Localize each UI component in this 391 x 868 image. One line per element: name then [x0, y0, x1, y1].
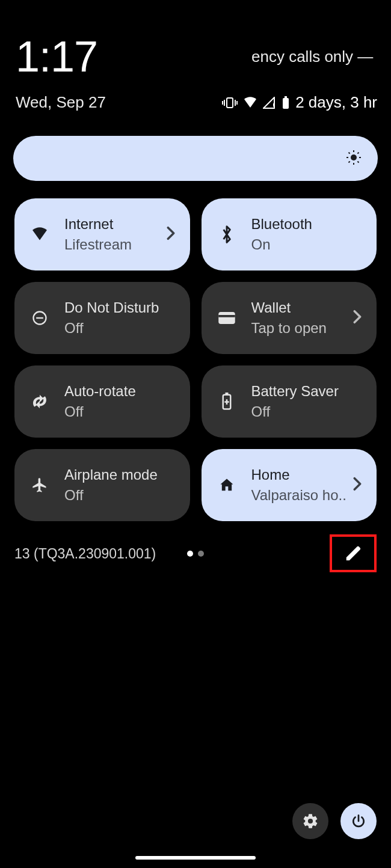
svg-rect-7 — [218, 312, 235, 324]
tile-batterysaver[interactable]: Battery SaverOff — [202, 365, 377, 438]
svg-rect-0 — [227, 98, 233, 108]
svg-point-4 — [351, 154, 357, 160]
wifi-icon — [243, 97, 257, 109]
tile-title: Home — [251, 466, 350, 483]
pencil-icon — [344, 545, 362, 563]
page-dot — [187, 551, 193, 557]
settings-button[interactable] — [292, 803, 328, 839]
date-text: Wed, Sep 27 — [16, 93, 106, 112]
tile-airplane[interactable]: Airplane modeOff — [14, 449, 190, 521]
bluetooth-icon — [217, 225, 237, 244]
tile-autorotate[interactable]: Auto-rotateOff — [14, 365, 190, 438]
signal-icon: ! — [263, 97, 276, 109]
tile-subtitle: Off — [64, 487, 175, 504]
edit-tiles-button[interactable] — [330, 534, 377, 572]
page-indicator — [187, 551, 204, 557]
svg-text:!: ! — [272, 102, 274, 109]
tile-subtitle: Lifestream — [64, 236, 163, 253]
tile-subtitle: On — [251, 236, 362, 253]
tile-title: Auto-rotate — [64, 383, 175, 400]
dnd-icon — [29, 310, 50, 326]
airplane-icon — [29, 477, 50, 494]
tile-subtitle: Off — [64, 320, 175, 337]
build-text: 13 (TQ3A.230901.001) — [14, 546, 156, 562]
chevron-right-icon — [167, 226, 175, 243]
brightness-icon — [346, 150, 362, 168]
tile-subtitle: Valparaiso ho.. — [251, 487, 350, 504]
tile-title: Do Not Disturb — [64, 299, 175, 316]
wallet-icon — [217, 311, 237, 325]
vibrate-icon — [222, 97, 238, 109]
battery-text: 2 days, 3 hr — [295, 93, 377, 112]
chevron-right-icon — [353, 477, 362, 494]
tile-subtitle: Off — [251, 403, 362, 420]
rotate-icon — [29, 393, 50, 411]
power-button[interactable] — [340, 803, 377, 839]
tile-title: Wallet — [251, 299, 350, 316]
tile-title: Battery Saver — [251, 383, 362, 400]
chevron-right-icon — [353, 310, 362, 326]
tile-title: Internet — [64, 216, 163, 233]
wifi-icon — [29, 227, 50, 242]
page-dot — [198, 551, 204, 557]
home-icon — [217, 477, 237, 494]
svg-rect-2 — [283, 98, 289, 109]
tile-subtitle: Tap to open — [251, 320, 350, 337]
svg-rect-3 — [285, 96, 287, 98]
home-indicator[interactable] — [135, 856, 256, 860]
tile-wallet[interactable]: WalletTap to open — [202, 282, 377, 354]
tile-dnd[interactable]: Do Not DisturbOff — [14, 282, 190, 354]
tile-bluetooth[interactable]: BluetoothOn — [202, 198, 377, 270]
battery-icon — [217, 393, 237, 411]
svg-rect-10 — [225, 393, 228, 395]
brightness-slider[interactable] — [13, 136, 378, 181]
power-icon — [351, 813, 366, 829]
tile-home[interactable]: HomeValparaiso ho.. — [202, 449, 377, 521]
svg-rect-8 — [218, 315, 235, 317]
tile-internet[interactable]: InternetLifestream — [14, 198, 190, 270]
clock-time: 1:17 — [16, 35, 97, 78]
gear-icon — [302, 813, 319, 830]
battery-icon — [282, 96, 290, 109]
status-icons: ! 2 days, 3 hr — [222, 93, 378, 112]
carrier-text: ency calls only — B — [251, 47, 378, 66]
tile-subtitle: Off — [64, 403, 175, 420]
tile-title: Airplane mode — [64, 466, 175, 483]
tile-title: Bluetooth — [251, 216, 362, 233]
